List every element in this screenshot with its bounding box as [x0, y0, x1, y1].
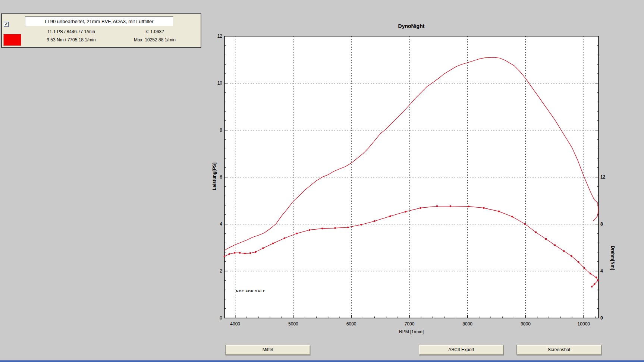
torque-marker: [420, 207, 421, 209]
torque-marker: [321, 228, 323, 230]
torque-marker: [296, 233, 298, 234]
x-tick-label: 5000: [288, 321, 298, 327]
torque-marker: [360, 224, 362, 226]
torque-marker: [309, 229, 311, 231]
torque-marker: [511, 216, 513, 218]
torque-marker: [498, 211, 500, 213]
torque-marker: [229, 253, 230, 255]
torque-marker: [405, 211, 406, 213]
torque-marker: [347, 226, 349, 228]
torque-marker: [563, 250, 565, 252]
torque-marker: [535, 232, 537, 233]
torque-marker: [436, 205, 438, 207]
torque-marker: [374, 220, 376, 222]
dyno-chart-canvas: 4000500060007000800090001000002468101212…: [0, 0, 644, 362]
ascii-export-button[interactable]: ASCII Export: [419, 345, 504, 355]
y-axis-label-right: Drehm[Nm]: [610, 234, 615, 282]
torque-marker: [595, 277, 597, 278]
x-axis-label: RPM [1/min]: [355, 329, 467, 334]
torque-marker: [483, 207, 485, 209]
torque-marker: [468, 205, 470, 207]
torque-marker: [578, 261, 579, 263]
y-left-tick-label: 4: [220, 221, 222, 227]
torque-marker: [284, 237, 286, 239]
torque-marker: [262, 247, 264, 249]
x-tick-label: 8000: [462, 321, 472, 327]
plot-area: [224, 36, 599, 318]
torque-marker: [234, 252, 236, 254]
torque-marker: [449, 205, 451, 207]
y-right-tick-label: 12: [600, 174, 606, 180]
torque-marker: [272, 243, 274, 245]
torque-marker: [524, 223, 526, 225]
torque-marker: [334, 227, 336, 229]
torque-marker: [597, 280, 599, 281]
torque-marker: [239, 252, 241, 254]
y-left-tick-label: 12: [217, 34, 223, 39]
x-tick-label: 6000: [346, 321, 356, 327]
torque-marker: [591, 286, 593, 288]
x-tick-label: 9000: [521, 321, 531, 327]
mittel-button[interactable]: Mittel: [225, 345, 310, 355]
torque-marker: [244, 252, 246, 254]
torque-marker: [249, 252, 251, 254]
torque-marker: [583, 267, 585, 269]
chart-title: DynoNight: [337, 23, 486, 29]
torque-marker: [571, 255, 572, 257]
x-tick-label: 7000: [405, 321, 415, 327]
x-tick-label: 4000: [230, 321, 240, 327]
y-left-tick-label: 6: [220, 174, 222, 180]
torque-marker: [224, 255, 226, 257]
torque-marker: [594, 283, 596, 285]
y-right-tick-label: 4: [600, 268, 603, 274]
y-left-tick-label: 10: [217, 81, 223, 86]
y-axis-label-left: Leistung[PS]: [212, 152, 217, 201]
dyno-app-window: { "colors": { "background": "#cacaca", "…: [0, 0, 644, 362]
torque-marker: [545, 238, 547, 240]
y-left-tick-label: 2: [220, 268, 222, 274]
not-for-sale-watermark: NOT FOR SALE: [236, 289, 266, 293]
screenshot-button[interactable]: Screenshot: [516, 345, 601, 355]
torque-marker: [590, 273, 591, 275]
y-left-tick-label: 0: [220, 315, 222, 321]
torque-marker: [554, 244, 556, 246]
y-right-tick-label: 8: [600, 221, 603, 227]
torque-marker: [389, 215, 391, 217]
y-right-tick-label: 0: [600, 315, 603, 321]
x-tick-label: 10000: [578, 321, 590, 327]
torque-marker: [255, 251, 257, 253]
y-left-tick-label: 8: [220, 128, 222, 133]
bottom-taskbar-edge: [0, 360, 644, 362]
